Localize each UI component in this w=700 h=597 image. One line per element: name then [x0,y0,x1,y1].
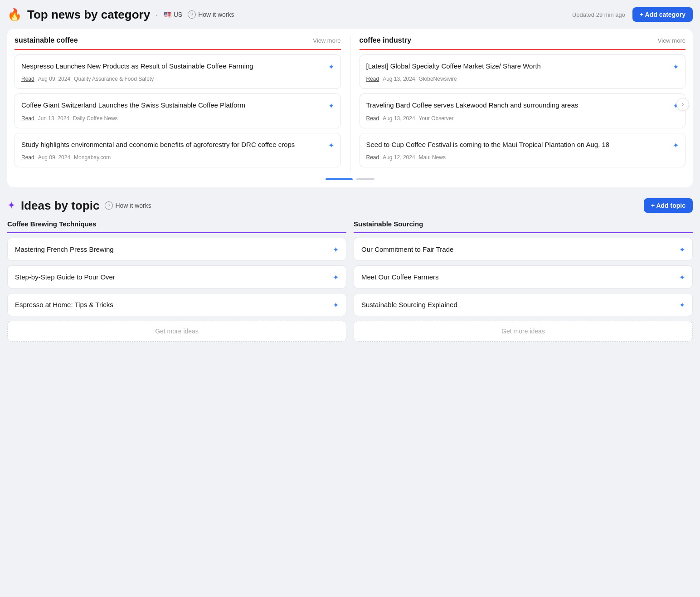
ideas-title: Ideas by topic [21,199,99,213]
news-item-meta: Read Aug 09, 2024 Quality Assurance & Fo… [21,76,334,82]
updated-text: Updated 29 min ago [572,11,625,18]
country-selector[interactable]: 🇺🇸 US [164,11,182,18]
idea-item-text: Step-by-Step Guide to Pour Over [15,273,115,281]
column-header-industry: coffee industry View more [360,36,686,50]
how-it-works-button[interactable]: ? How it works [188,10,234,19]
question-icon: ? [188,10,196,19]
add-to-idea-icon[interactable]: ✦ [673,62,679,72]
read-link[interactable]: Read [21,76,34,82]
add-to-idea-icon[interactable]: ✦ [673,141,679,151]
page-title: Top news by category [27,8,150,22]
scroll-bar-inactive [356,178,374,180]
news-item-meta: Read Jun 13, 2024 Daily Coffee News [21,115,334,122]
column-title-sustainable: sustainable coffee [15,36,78,44]
news-item-meta: Read Aug 12, 2024 Maui News [366,154,679,161]
news-item-meta: Read Aug 13, 2024 Your Observer [366,115,679,122]
column-title-industry: coffee industry [360,36,412,44]
add-idea-icon[interactable]: ✦ [333,273,339,282]
news-item[interactable]: Study highlights environmental and econo… [15,133,341,167]
add-category-label: + Add category [640,11,685,18]
news-item-title-text: Nespresso Launches New Products as Resul… [21,61,325,71]
news-item-meta: Read Aug 09, 2024 Mongabay.com [21,154,334,161]
ideas-column-header-brewing: Coffee Brewing Techniques [7,220,346,233]
idea-item[interactable]: Step-by-Step Guide to Pour Over ✦ [7,265,346,289]
view-more-industry[interactable]: View more [658,37,685,44]
add-idea-icon[interactable]: ✦ [679,245,685,254]
news-item-title: Seed to Cup Coffee Festival is coming to… [366,140,679,151]
add-to-idea-icon[interactable]: ✦ [328,141,334,151]
news-column-coffee-industry: coffee industry View more [Latest] Globa… [360,36,686,172]
ideas-column-brewing: Coffee Brewing Techniques Mastering Fren… [7,220,346,342]
news-date: Jun 13, 2024 [38,115,69,122]
news-item-title-text: [Latest] Global Specialty Coffee Market … [366,61,670,71]
ideas-header-right: + Add topic [644,198,693,213]
news-source: Mongabay.com [74,154,111,161]
add-idea-icon[interactable]: ✦ [333,245,339,254]
get-more-ideas-brewing[interactable]: Get more ideas [7,321,346,342]
ideas-how-it-works-label: How it works [115,202,151,209]
add-idea-icon[interactable]: ✦ [333,301,339,309]
fire-icon: 🔥 [7,8,22,22]
idea-item-text: Mastering French Press Brewing [15,245,114,253]
scroll-right-arrow[interactable]: › [676,98,689,111]
get-more-ideas-sourcing[interactable]: Get more ideas [354,321,693,342]
news-source: GlobeNewswire [419,76,457,82]
news-item[interactable]: Traveling Bard Coffee serves Lakewood Ra… [360,93,686,128]
idea-item[interactable]: Espresso at Home: Tips & Tricks ✦ [7,293,346,316]
read-link[interactable]: Read [21,115,34,122]
dot-separator: · [156,10,158,20]
country-label: US [174,11,182,18]
news-item[interactable]: Seed to Cup Coffee Festival is coming to… [360,133,686,167]
news-date: Aug 13, 2024 [383,115,415,122]
news-item[interactable]: Coffee Giant Switzerland Launches the Sw… [15,93,341,128]
read-link[interactable]: Read [366,154,379,161]
news-item-title-text: Traveling Bard Coffee serves Lakewood Ra… [366,100,670,110]
ideas-section: ✦ Ideas by topic ? How it works + Add to… [7,198,693,342]
news-item-title: Study highlights environmental and econo… [21,140,334,151]
ideas-column-header-sourcing: Sustainable Sourcing [354,220,693,233]
news-item[interactable]: [Latest] Global Specialty Coffee Market … [360,54,686,89]
read-link[interactable]: Read [21,154,34,161]
add-category-button[interactable]: + Add category [632,7,693,22]
idea-item-text: Meet Our Coffee Farmers [361,273,439,281]
add-idea-icon[interactable]: ✦ [679,273,685,282]
add-idea-icon[interactable]: ✦ [679,301,685,309]
idea-item[interactable]: Mastering French Press Brewing ✦ [7,238,346,261]
news-item-title: [Latest] Global Specialty Coffee Market … [366,61,679,72]
ideas-column-title-brewing: Coffee Brewing Techniques [7,220,96,228]
how-it-works-label: How it works [198,11,234,18]
idea-item[interactable]: Our Commitment to Fair Trade ✦ [354,238,693,261]
news-source: Your Observer [419,115,454,122]
add-topic-label: + Add topic [651,202,685,209]
idea-item[interactable]: Meet Our Coffee Farmers ✦ [354,265,693,289]
news-date: Aug 09, 2024 [38,154,70,161]
news-item-title: Traveling Bard Coffee serves Lakewood Ra… [366,100,679,111]
read-link[interactable]: Read [366,115,379,122]
news-section: sustainable coffee View more Nespresso L… [7,29,693,187]
news-date: Aug 13, 2024 [383,76,415,82]
ideas-question-icon: ? [105,201,113,210]
add-to-idea-icon[interactable]: ✦ [328,101,334,111]
news-source: Maui News [419,154,446,161]
ideas-how-it-works-button[interactable]: ? How it works [105,201,151,210]
news-date: Aug 09, 2024 [38,76,70,82]
idea-item[interactable]: Sustainable Sourcing Explained ✦ [354,293,693,316]
news-item[interactable]: Nespresso Launches New Products as Resul… [15,54,341,89]
scroll-bar-active [326,178,353,180]
news-column-sustainable-coffee: sustainable coffee View more Nespresso L… [15,36,341,172]
read-link[interactable]: Read [366,76,379,82]
flag-icon: 🇺🇸 [164,11,171,18]
add-topic-button[interactable]: + Add topic [644,198,693,213]
news-date: Aug 12, 2024 [383,154,415,161]
column-divider [350,36,350,172]
news-item-title: Coffee Giant Switzerland Launches the Sw… [21,100,334,111]
page-header: 🔥 Top news by category · 🇺🇸 US ? How it … [7,7,693,22]
view-more-sustainable[interactable]: View more [313,37,340,44]
ideas-column-title-sourcing: Sustainable Sourcing [354,220,423,228]
news-item-title: Nespresso Launches New Products as Resul… [21,61,334,72]
news-item-title-text: Seed to Cup Coffee Festival is coming to… [366,140,670,149]
idea-item-text: Our Commitment to Fair Trade [361,245,453,253]
add-to-idea-icon[interactable]: ✦ [328,62,334,72]
header-right: Updated 29 min ago + Add category [572,7,693,22]
news-item-meta: Read Aug 13, 2024 GlobeNewswire [366,76,679,82]
